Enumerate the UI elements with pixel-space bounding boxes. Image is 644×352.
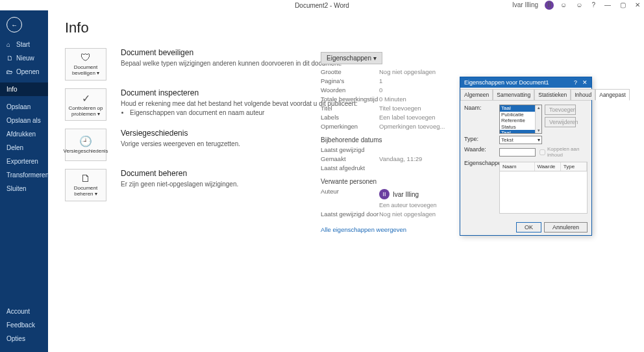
maximize-icon[interactable]: ▢: [617, 0, 628, 10]
sidebar-item-transformeren[interactable]: Transformeren: [0, 168, 48, 182]
properties-dropdown[interactable]: Eigenschappen ▾: [321, 52, 382, 64]
sidebar-item-openen[interactable]: 🗁Openen: [0, 65, 48, 79]
dialog-close-icon[interactable]: ✕: [582, 79, 588, 86]
close-icon[interactable]: ✕: [632, 0, 643, 10]
tab-samenvatting[interactable]: Samenvatting: [493, 89, 534, 100]
name-listbox[interactable]: TaalPublicatieReferentieStatusTaalTelefo…: [499, 105, 542, 134]
sidebar-item-exporteren[interactable]: Exporteren: [0, 155, 48, 168]
sidebar-item-feedback[interactable]: Feedback: [0, 318, 48, 332]
page-title: Info: [65, 19, 627, 36]
sidebar-item-opslaan[interactable]: Opslaan: [0, 100, 48, 114]
type-select[interactable]: Tekst▾: [499, 136, 542, 144]
face-icon-2[interactable]: ☺: [573, 0, 585, 10]
sidebar-item-start[interactable]: ⌂Start: [0, 38, 48, 51]
tile-3[interactable]: 🗋Documentbeheren ▾: [65, 169, 106, 201]
help-icon[interactable]: ?: [589, 0, 598, 10]
dates-heading: Bijbehorende datums: [321, 136, 451, 144]
titlebar: Document2 - Word Ivar Illing II ☺ ☺ ? — …: [0, 0, 644, 10]
user-name[interactable]: Ivar Illing: [510, 0, 541, 10]
add-author-link[interactable]: Een auteur toevoegen: [379, 202, 437, 208]
tab-inhoud[interactable]: Inhoud: [571, 89, 595, 100]
minimize-icon[interactable]: —: [602, 0, 613, 10]
add-button[interactable]: Toevoegen: [545, 105, 576, 115]
back-button[interactable]: ←: [6, 17, 22, 32]
tile-2[interactable]: 🕘Versiegeschiedenis: [65, 129, 106, 161]
face-icon[interactable]: ☺: [558, 0, 569, 10]
link-checkbox: [539, 149, 545, 155]
sidebar-item-afdrukken[interactable]: Afdrukken: [0, 127, 48, 141]
author-row[interactable]: II Ivar Illing: [379, 189, 437, 199]
sidebar-item-opslaan-als[interactable]: Opslaan als: [0, 114, 48, 127]
tile-1[interactable]: ✓Controleren opproblemen ▾: [65, 88, 106, 121]
ok-button[interactable]: OK: [516, 222, 541, 233]
sidebar: ← ⌂Start🗋Nieuw🗁Openen Info OpslaanOpslaa…: [0, 10, 48, 352]
delete-button[interactable]: Verwijderen: [545, 117, 576, 127]
tile-0[interactable]: 🛡Documentbeveiligen ▾: [65, 48, 106, 81]
tab-algemeen[interactable]: Algemeen: [460, 89, 493, 100]
sidebar-item-info[interactable]: Info: [0, 82, 48, 96]
cancel-button[interactable]: Annuleren: [544, 222, 588, 233]
sidebar-item-opties[interactable]: Opties: [0, 332, 48, 346]
sidebar-item-delen[interactable]: Delen: [0, 141, 48, 155]
tab-statistieken[interactable]: Statistieken: [534, 89, 571, 100]
value-input[interactable]: [499, 148, 536, 157]
sidebar-item-nieuw[interactable]: 🗋Nieuw: [0, 51, 48, 65]
all-properties-link[interactable]: Alle eigenschappen weergeven: [321, 226, 406, 233]
window-title: Document2 - Word: [295, 2, 349, 9]
sidebar-item-account[interactable]: Account: [0, 305, 48, 318]
author-avatar: II: [379, 189, 390, 199]
dialog-titlebar: Eigenschappen voor Document1 ? ✕: [460, 77, 591, 88]
people-heading: Verwante personen: [321, 178, 451, 185]
sidebar-item-sluiten[interactable]: Sluiten: [0, 182, 48, 195]
properties-dialog: Eigenschappen voor Document1 ? ✕ Algemee…: [460, 77, 592, 236]
properties-panel: Eigenschappen ▾ GrootteNog niet opgeslag…: [321, 52, 451, 233]
dialog-help-icon[interactable]: ?: [574, 79, 577, 86]
tab-aangepast[interactable]: Aangepast: [595, 89, 630, 101]
content-area: Info 🛡Documentbeveiligen ▾Document bevei…: [48, 10, 644, 352]
properties-table: NaamWaardeType: [499, 162, 588, 214]
avatar[interactable]: II: [545, 1, 554, 10]
